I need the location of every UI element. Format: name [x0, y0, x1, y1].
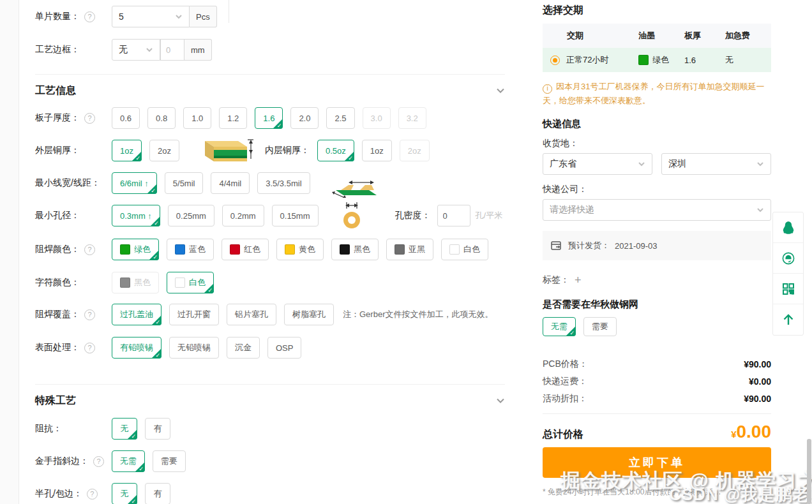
mask-cover-option[interactable]: 铝片塞孔 [227, 304, 276, 325]
impedance-option-selected[interactable]: 无 [112, 418, 137, 440]
notice-text: 因本月31号工厂机器保养，今日所有订单加急交期顺延一天，给您带来不便深表歉意。 [543, 82, 764, 105]
mask-color-option[interactable]: 黑色 [331, 239, 379, 260]
frame-value: 无 [119, 44, 128, 56]
frame-unit: mm [184, 39, 212, 61]
min-trace-option[interactable]: 4/4mil [211, 172, 250, 194]
help-icon[interactable] [84, 343, 95, 353]
min-trace-option-selected[interactable]: 6/6mil ↑ [112, 172, 157, 194]
place-order-button[interactable]: 立即下单 [543, 447, 771, 478]
mask-color-option[interactable]: 黄色 [276, 239, 324, 260]
special-process-header[interactable]: 特殊工艺 [35, 394, 505, 408]
min-hole-option[interactable]: 0.25mm [168, 205, 214, 226]
stencil-option[interactable]: 需要 [583, 317, 617, 336]
help-icon[interactable] [84, 113, 95, 124]
chevron-down-icon[interactable] [496, 86, 505, 95]
customer-service-button[interactable] [773, 243, 803, 274]
up-arrow-icon [781, 312, 796, 327]
mask-color-options: 绿色 蓝色 红色 黄色 黑色 [112, 239, 488, 260]
impedance-option[interactable]: 有 [145, 418, 170, 440]
chevron-down-icon [638, 160, 645, 168]
help-icon[interactable] [87, 489, 98, 500]
min-hole-option[interactable]: 0.15mm [272, 205, 319, 226]
mask-color-label: 阻焊颜色： [35, 244, 80, 255]
scrollbar-thumb[interactable] [807, 439, 811, 504]
outer-copper-option[interactable]: 2oz [149, 140, 179, 161]
tag-row: 标签： + [543, 274, 771, 286]
courier-select[interactable]: 请选择快递 [543, 199, 771, 221]
thickness-option[interactable]: 1.0 [183, 107, 211, 129]
total-row: 总计价格 ¥0.00 [543, 422, 771, 442]
mask-cover-label: 阻焊覆盖： [35, 309, 80, 320]
process-info-header[interactable]: 工艺信息 [35, 84, 505, 98]
chevron-down-icon[interactable] [496, 396, 505, 405]
thickness-option[interactable]: 0.8 [147, 107, 176, 129]
city-select[interactable]: 深圳 [661, 153, 771, 175]
help-icon[interactable] [84, 11, 95, 22]
mask-cover-option[interactable]: 过孔开窗 [169, 304, 219, 325]
min-hole-row: 最小孔径： 0.3mm ↑ 0.25mm 0.2mm 0.15mm 孔密度： 孔… [35, 204, 505, 227]
process-info-title: 工艺信息 [35, 84, 76, 98]
ship-date-value: 2021-09-03 [615, 241, 658, 251]
mask-color-option[interactable]: 亚黑 [386, 239, 433, 260]
thickness-option[interactable]: 1.2 [219, 107, 247, 129]
silk-color-option-disabled: 黑色 [112, 272, 159, 293]
frame-select[interactable]: 无 [112, 39, 160, 61]
mask-color-option[interactable]: 红色 [222, 239, 269, 260]
stencil-options: 无需 需要 [543, 317, 771, 336]
thickness-option[interactable]: 2.0 [290, 107, 319, 129]
gold-finger-option[interactable]: 需要 [153, 450, 186, 472]
chevron-down-icon [175, 13, 183, 20]
chevron-down-icon [146, 46, 153, 54]
stencil-option-selected[interactable]: 无需 [543, 317, 576, 336]
price-row: PCB价格： ¥90.00 [543, 355, 771, 373]
province-select[interactable]: 广东省 [543, 153, 652, 175]
color-swatch [120, 278, 130, 288]
tag-label: 标签： [543, 274, 569, 286]
help-icon[interactable] [84, 244, 95, 255]
inner-copper-option-selected[interactable]: 0.5oz [317, 140, 354, 161]
surface-row: 表面处理： 有铅喷锡 无铅喷锡 沉金 OSP [35, 336, 505, 359]
outer-copper-option-selected[interactable]: 1oz [112, 140, 142, 161]
add-tag-button[interactable]: + [575, 274, 582, 286]
surface-option[interactable]: 沉金 [227, 337, 260, 359]
discount-value: ¥90.00 [744, 394, 771, 404]
qq-contact-button[interactable] [773, 212, 803, 243]
thickness-option-selected[interactable]: 1.6 [255, 107, 283, 129]
mask-color-option[interactable]: 白色 [441, 239, 488, 260]
delivery-time-cell: 正常72小时 [543, 54, 638, 66]
half-hole-option[interactable]: 有 [145, 483, 170, 504]
half-hole-option-selected[interactable]: 无 [112, 483, 137, 504]
mask-color-option[interactable]: 蓝色 [167, 239, 214, 260]
surface-option[interactable]: OSP [267, 337, 301, 359]
silk-color-option-selected[interactable]: 白色 [167, 272, 214, 293]
quantity-select[interactable]: 5 [112, 6, 190, 27]
gold-finger-row: 金手指斜边： 无需 需要 [35, 450, 505, 473]
min-trace-option[interactable]: 5/5mil [165, 172, 204, 194]
surface-option[interactable]: 无铅喷锡 [169, 337, 219, 359]
mask-color-option-selected[interactable]: 绿色 [112, 239, 159, 260]
min-trace-label: 最小线宽/线距： [35, 177, 100, 189]
gold-finger-option-selected[interactable]: 无需 [112, 450, 145, 472]
surface-option-selected[interactable]: 有铅喷锡 [112, 337, 162, 359]
min-hole-option-selected[interactable]: 0.3mm ↑ [112, 205, 160, 226]
hole-density-input[interactable] [437, 205, 470, 226]
impedance-options: 无 有 [112, 418, 170, 440]
outer-copper-label-group: 外层铜厚： [35, 145, 112, 156]
thickness-option[interactable]: 0.6 [112, 107, 140, 129]
quantity-label-group: 单片数量： [35, 11, 112, 22]
delivery-radio[interactable] [550, 56, 560, 65]
inner-copper-option[interactable]: 1oz [362, 140, 392, 161]
mask-cover-option[interactable]: 树脂塞孔 [284, 304, 334, 325]
help-icon[interactable] [93, 456, 104, 467]
special-process-title: 特殊工艺 [35, 394, 76, 408]
qr-code-button[interactable] [773, 274, 803, 304]
mask-cover-option-selected[interactable]: 过孔盖油 [112, 304, 162, 325]
min-hole-option[interactable]: 0.2mm [222, 205, 264, 226]
frame-width-input[interactable] [160, 39, 184, 61]
min-trace-option[interactable]: 3.5/3.5mil [257, 172, 310, 194]
province-value: 广东省 [550, 158, 576, 170]
delivery-row-selected[interactable]: 正常72小时 绿色 1.6 无 [543, 48, 771, 72]
thickness-option[interactable]: 2.5 [326, 107, 354, 129]
back-to-top-button[interactable] [773, 304, 803, 335]
help-icon[interactable] [84, 309, 95, 320]
